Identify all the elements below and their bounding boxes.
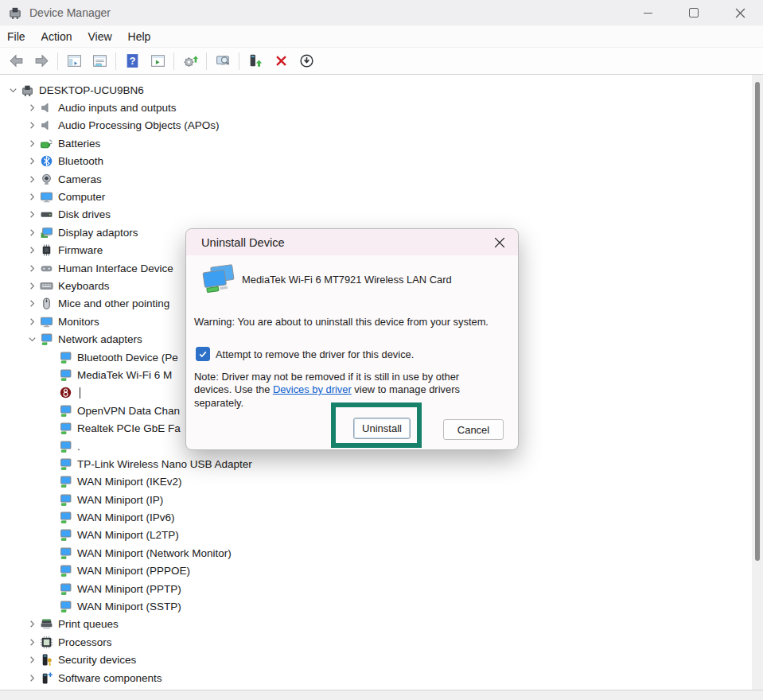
tree-item[interactable]: Bluetooth bbox=[0, 153, 752, 170]
network-adapter-icon bbox=[59, 351, 76, 364]
tree-item[interactable]: WAN Miniport (PPTP) bbox=[0, 580, 752, 597]
tree-item[interactable]: Security devices bbox=[0, 651, 752, 669]
tree-item[interactable]: Batteries bbox=[0, 134, 752, 152]
tree-item[interactable]: Cameras bbox=[0, 170, 752, 188]
minimize-icon bbox=[644, 13, 652, 14]
chevron-spacer bbox=[43, 564, 59, 578]
chevron-right-icon[interactable] bbox=[24, 262, 40, 275]
svg-text:?: ? bbox=[129, 56, 135, 67]
chevron-spacer bbox=[43, 475, 59, 488]
console-tree-icon bbox=[66, 52, 83, 69]
chevron-right-icon[interactable] bbox=[24, 226, 40, 239]
chevron-right-icon[interactable] bbox=[24, 173, 40, 186]
tree-item[interactable]: WAN Miniport (L2TP) bbox=[0, 527, 752, 544]
monitor-icon bbox=[40, 190, 57, 204]
scan-hardware-button[interactable] bbox=[211, 50, 235, 72]
speaker-icon bbox=[40, 101, 57, 115]
properties-button[interactable] bbox=[88, 50, 111, 72]
console-tree-button[interactable] bbox=[62, 50, 86, 72]
chevron-spacer bbox=[43, 440, 59, 453]
maximize-icon bbox=[689, 8, 699, 18]
tree-item[interactable]: Processors bbox=[0, 633, 752, 651]
chevron-right-icon[interactable] bbox=[24, 617, 40, 631]
devices-by-driver-link[interactable]: Devices by driver bbox=[273, 383, 352, 395]
chevron-right-icon[interactable] bbox=[24, 315, 40, 329]
chevron-spacer bbox=[43, 422, 59, 435]
tree-item-label: Bluetooth bbox=[58, 155, 103, 167]
firmware-icon bbox=[40, 243, 57, 257]
help-button[interactable]: ? bbox=[120, 50, 144, 72]
close-button[interactable] bbox=[717, 0, 763, 25]
tree-item-label: Firmware bbox=[58, 244, 103, 256]
chevron-right-icon[interactable] bbox=[24, 636, 40, 649]
cancel-button[interactable]: Cancel bbox=[443, 419, 504, 440]
tree-item[interactable]: Software components bbox=[0, 669, 752, 686]
tree-item[interactable]: WAN Miniport (IPv6) bbox=[0, 508, 752, 526]
chevron-down-icon[interactable] bbox=[5, 84, 21, 97]
tree-item-label: Human Interface Device bbox=[58, 262, 173, 274]
dialog-close-button[interactable] bbox=[489, 232, 510, 253]
chevron-right-icon[interactable] bbox=[24, 653, 40, 667]
dialog-title-bar: Uninstall Device bbox=[186, 229, 518, 255]
chevron-spacer bbox=[43, 528, 59, 542]
tree-item[interactable]: WAN Miniport (PPPOE) bbox=[0, 562, 752, 580]
uninstall-device-button[interactable] bbox=[269, 50, 293, 72]
chevron-spacer bbox=[43, 511, 59, 524]
menu-action[interactable]: Action bbox=[33, 30, 80, 43]
tree-item-label: WAN Miniport (IP) bbox=[77, 494, 163, 506]
tree-item[interactable]: WAN Miniport (SSTP) bbox=[0, 597, 752, 615]
tree-item-label: Network adapters bbox=[58, 333, 142, 345]
network-adapter-device-icon bbox=[199, 262, 237, 294]
toolbar-separator bbox=[115, 52, 116, 70]
dialog-title: Uninstall Device bbox=[201, 236, 285, 249]
back-arrow-button[interactable] bbox=[4, 50, 28, 72]
chevron-right-icon[interactable] bbox=[24, 243, 40, 257]
menu-file[interactable]: File bbox=[0, 30, 33, 43]
tree-item-label: Computer bbox=[58, 191, 105, 203]
chevron-right-icon[interactable] bbox=[24, 671, 40, 685]
chevron-right-icon[interactable] bbox=[24, 137, 40, 150]
scrollbar-thumb[interactable] bbox=[755, 82, 760, 561]
chevron-right-icon[interactable] bbox=[24, 279, 40, 293]
tree-item-label: Disk drives bbox=[58, 208, 111, 220]
menu-view[interactable]: View bbox=[80, 30, 119, 43]
update-driver-button[interactable] bbox=[178, 50, 202, 72]
tree-item[interactable]: Computer bbox=[0, 188, 752, 205]
menu-help[interactable]: Help bbox=[120, 30, 159, 43]
chevron-right-icon[interactable] bbox=[24, 297, 40, 310]
tree-item[interactable]: Disk drives bbox=[0, 206, 752, 224]
tree-item-label: OpenVPN Data Chan bbox=[77, 405, 180, 417]
tree-item[interactable]: WAN Miniport (IKEv2) bbox=[0, 473, 752, 491]
maximize-button[interactable] bbox=[671, 0, 717, 25]
processor-icon bbox=[40, 636, 57, 649]
chevron-right-icon[interactable] bbox=[24, 101, 40, 115]
minimize-button[interactable] bbox=[625, 0, 671, 25]
remove-driver-checkbox[interactable] bbox=[196, 347, 210, 361]
chevron-right-icon[interactable] bbox=[24, 208, 40, 221]
tree-item[interactable]: Print queues bbox=[0, 616, 752, 633]
hid-icon bbox=[40, 262, 57, 275]
tree-item-label: WAN Miniport (PPPOE) bbox=[77, 565, 190, 577]
chevron-spacer bbox=[43, 493, 59, 507]
network-adapter-icon bbox=[59, 528, 76, 542]
chevron-right-icon[interactable] bbox=[24, 190, 40, 204]
tree-item[interactable]: Audio Processing Objects (APOs) bbox=[0, 117, 752, 134]
chevron-right-icon[interactable] bbox=[24, 119, 40, 132]
tree-item-label: WAN Miniport (PPTP) bbox=[77, 583, 181, 595]
chevron-down-icon[interactable] bbox=[24, 332, 40, 346]
software-icon bbox=[40, 671, 57, 685]
add-driver-button[interactable] bbox=[243, 50, 267, 72]
network-adapter-icon bbox=[59, 457, 76, 471]
network-adapter-icon bbox=[59, 564, 76, 578]
tree-item[interactable]: DESKTOP-UCU9BN6 bbox=[0, 81, 752, 99]
action-pane-button[interactable] bbox=[146, 50, 169, 72]
remove-driver-checkbox-label[interactable]: Attempt to remove the driver for this de… bbox=[216, 348, 414, 360]
tree-item[interactable]: Audio inputs and outputs bbox=[0, 99, 752, 116]
tree-item[interactable]: WAN Miniport (IP) bbox=[0, 491, 752, 508]
tree-item[interactable]: TP-Link Wireless Nano USB Adapter bbox=[0, 455, 752, 472]
chevron-right-icon[interactable] bbox=[24, 154, 40, 168]
scrollbar-track[interactable] bbox=[752, 75, 763, 690]
disable-device-button[interactable] bbox=[294, 50, 318, 72]
forward-arrow-button[interactable] bbox=[29, 50, 53, 72]
tree-item[interactable]: WAN Miniport (Network Monitor) bbox=[0, 544, 752, 562]
